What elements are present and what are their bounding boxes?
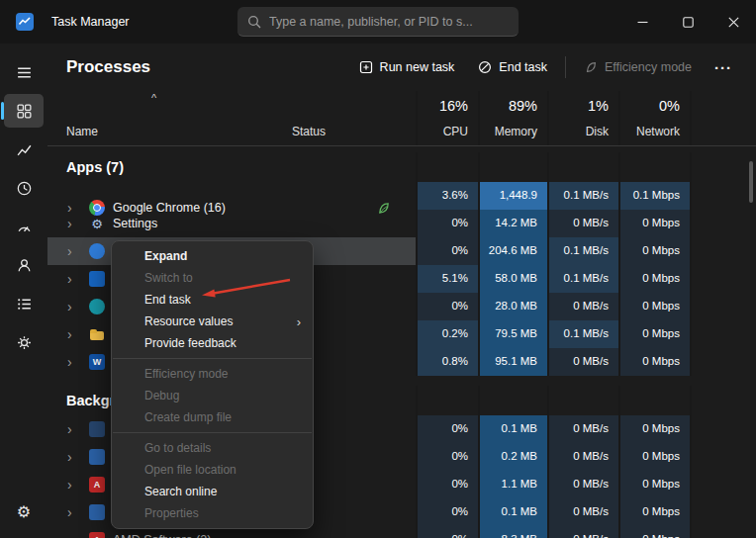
- filler-cell: [690, 265, 756, 293]
- group-header-row[interactable]: Apps (7): [47, 152, 756, 182]
- cpu-cell: 0.8%: [416, 348, 478, 376]
- performance-icon: [16, 141, 33, 158]
- context-menu: ExpandSwitch toEnd taskResource values›P…: [111, 240, 314, 529]
- menu-item-resource-values[interactable]: Resource values›: [112, 311, 313, 332]
- expand-chevron-icon[interactable]: ›: [67, 422, 89, 436]
- menu-item-label: Provide feedback: [144, 336, 236, 350]
- filler-cell: [690, 320, 756, 348]
- folder-icon: [89, 326, 105, 342]
- sidebar-item-services[interactable]: [4, 325, 44, 359]
- sidebar-item-performance[interactable]: [4, 133, 44, 166]
- column-header-disk[interactable]: 1% Disk: [547, 91, 618, 145]
- expand-chevron-icon[interactable]: ›: [67, 478, 89, 492]
- menu-item-properties: Properties: [112, 502, 313, 524]
- network-total-stat: 0%: [659, 98, 680, 114]
- menu-item-label: End task: [144, 293, 191, 307]
- process-row[interactable]: ›Google Chrome (16)3.6%1,448.9 MB0.1 MB/…: [47, 182, 756, 210]
- status-cell: [292, 152, 416, 182]
- menu-item-label: Switch to: [144, 271, 193, 285]
- more-options-icon[interactable]: ···: [705, 55, 742, 80]
- column-header-cpu[interactable]: 16% CPU: [416, 91, 478, 145]
- sidebar: ⚙: [0, 44, 47, 538]
- network-cell: 0 Mbps: [618, 265, 690, 293]
- services-icon: [16, 334, 33, 351]
- menu-item-label: Search online: [144, 485, 217, 498]
- close-icon[interactable]: [710, 0, 756, 44]
- maximize-icon[interactable]: [665, 0, 710, 44]
- cpu-cell: 0%: [416, 210, 478, 237]
- disk-cell: 0 MB/s: [547, 471, 618, 498]
- end-task-button[interactable]: End task: [467, 53, 558, 81]
- run-new-task-button[interactable]: Run new task: [348, 53, 466, 81]
- cpu-cell: 0%: [416, 443, 478, 471]
- network-cell: 0 Mbps: [618, 415, 690, 443]
- sidebar-item-app-history[interactable]: [4, 171, 44, 205]
- menu-item-switch-to: Switch to: [112, 267, 313, 289]
- vertical-scrollbar[interactable]: [749, 161, 753, 203]
- network-cell: 0 Mbps: [618, 320, 690, 348]
- hamburger-menu-icon[interactable]: [4, 55, 44, 89]
- disk-cell: 0 MB/s: [547, 526, 618, 538]
- process-name: Settings: [113, 217, 157, 230]
- search-input[interactable]: [269, 15, 509, 29]
- filler-cell: [690, 443, 756, 471]
- menu-item-expand[interactable]: Expand: [112, 245, 313, 267]
- column-header-memory[interactable]: 89% Memory: [478, 91, 547, 145]
- menu-item-provide-feedback[interactable]: Provide feedback: [112, 332, 313, 354]
- column-header-filler: [690, 91, 756, 145]
- network-cell: 0 Mbps: [618, 293, 690, 320]
- process-name: AMD Software (2): [113, 533, 211, 538]
- network-cell: [618, 386, 690, 415]
- expand-chevron-icon[interactable]: ›: [67, 505, 89, 519]
- cpu-total-stat: 16%: [439, 98, 468, 114]
- menu-item-search-online[interactable]: Search online: [112, 481, 313, 502]
- expand-chevron-icon[interactable]: ›: [67, 300, 89, 314]
- cpu-cell: 0%: [416, 293, 478, 320]
- new-task-icon: [359, 60, 373, 74]
- expand-chevron-icon[interactable]: ›: [67, 217, 89, 230]
- search-box[interactable]: [237, 7, 519, 37]
- menu-item-label: Efficiency mode: [144, 367, 229, 381]
- memory-cell: [478, 152, 547, 182]
- name-cell: Apps (7): [47, 152, 292, 182]
- expand-chevron-icon[interactable]: ›: [67, 450, 89, 464]
- column-header-status[interactable]: Status: [292, 91, 416, 145]
- sidebar-item-startup-apps[interactable]: [4, 210, 44, 243]
- process-row[interactable]: ›⚙Settings0%14.2 MB0 MB/s0 Mbps: [47, 210, 756, 237]
- process-icon: [89, 243, 105, 259]
- toolbar-divider: [565, 56, 566, 78]
- menu-item-label: Go to details: [144, 441, 211, 455]
- processes-icon: [16, 103, 33, 120]
- minimize-icon[interactable]: [619, 0, 665, 44]
- process-icon: [89, 421, 105, 437]
- menu-item-create-dump-file: Create dump file: [112, 406, 313, 428]
- network-cell: 0 Mbps: [618, 237, 690, 265]
- network-cell: 0 Mbps: [618, 526, 690, 538]
- process-icon: [89, 449, 105, 465]
- search-icon: [247, 15, 261, 29]
- disk-cell: 0 MB/s: [547, 210, 618, 237]
- disk-cell: 0 MB/s: [547, 498, 618, 526]
- expand-chevron-icon[interactable]: ›: [67, 244, 89, 258]
- end-task-icon: [478, 60, 492, 74]
- expand-chevron-icon[interactable]: ›: [67, 533, 89, 538]
- column-header-name[interactable]: ^ Name: [47, 91, 292, 145]
- sidebar-item-processes[interactable]: [4, 94, 44, 128]
- filler-cell: [690, 152, 756, 182]
- filler-cell: [690, 498, 756, 526]
- sidebar-item-details[interactable]: [4, 287, 44, 320]
- menu-item-end-task[interactable]: End task: [112, 289, 313, 311]
- cpu-cell: [416, 152, 478, 182]
- expand-chevron-icon[interactable]: ›: [67, 272, 89, 286]
- menu-item-label: Resource values: [144, 314, 233, 328]
- sidebar-item-users[interactable]: [4, 248, 44, 282]
- task-manager-app-icon: [16, 13, 34, 31]
- filler-cell: [690, 415, 756, 443]
- column-header-network[interactable]: 0% Network: [618, 91, 690, 145]
- expand-chevron-icon[interactable]: ›: [67, 327, 89, 341]
- expand-chevron-icon[interactable]: ›: [67, 355, 89, 369]
- settings-icon[interactable]: ⚙: [4, 494, 44, 528]
- process-icon: [89, 271, 105, 287]
- menu-item-label: Properties: [144, 506, 199, 520]
- efficiency-mode-button[interactable]: Efficiency mode: [573, 53, 703, 81]
